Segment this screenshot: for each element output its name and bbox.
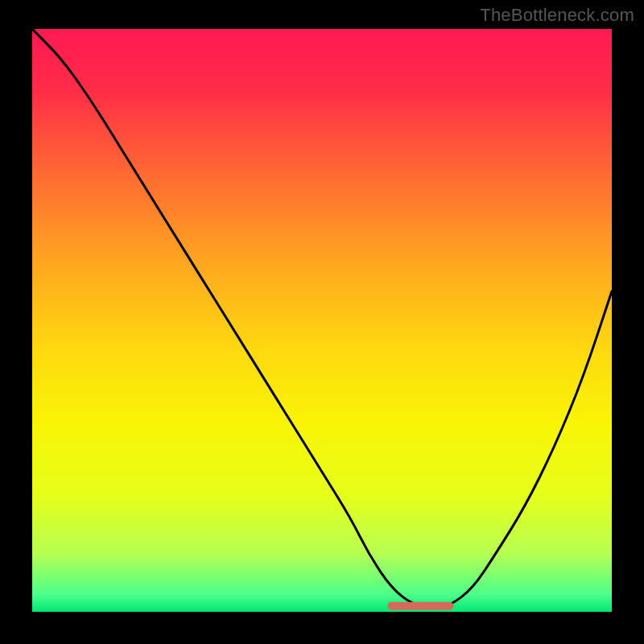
curve-layer [32, 29, 612, 612]
bottleneck-curve [32, 29, 612, 606]
watermark-text: TheBottleneck.com [480, 5, 634, 26]
chart-stage: TheBottleneck.com [0, 0, 644, 644]
